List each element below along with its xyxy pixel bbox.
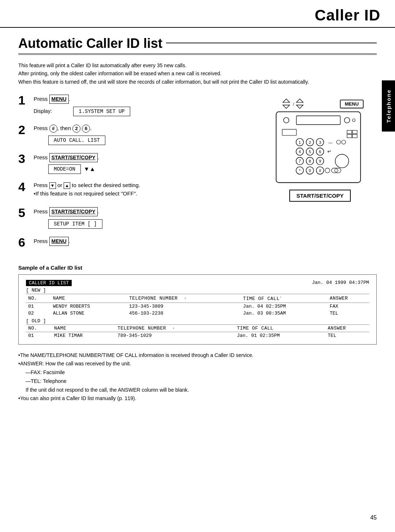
row-name: MIKE TIMAR (52, 332, 115, 339)
col-phone: TELEPHONE NUMBER · (127, 294, 241, 303)
footer-note-2: •ANSWER: How the call was received by th… (18, 360, 377, 368)
sidebar-tab: Telephone (382, 80, 395, 132)
row-no: 01 (26, 303, 51, 310)
svg-rect-7 (276, 112, 361, 183)
svg-text:*: * (299, 168, 301, 173)
svg-rect-9 (296, 116, 340, 125)
step-4: 4 Press ▼ or ▲ to select the desired set… (18, 181, 252, 200)
row-time: Jan. 04 02:35PM (241, 303, 328, 310)
svg-text:2: 2 (309, 140, 311, 145)
step-4-text: Press ▼ or ▲ to select the desired setti… (34, 181, 252, 198)
new-label: [ NEW ] (26, 288, 369, 293)
svg-point-46 (325, 168, 330, 173)
start-set-copy-key-5: START/SET/COPY (49, 207, 98, 216)
step-3-text: Press START/SET/COPY. (34, 153, 252, 162)
col-answer: ANSWER (327, 294, 369, 303)
step-2-content: Press #, then 2 6. AUTO CALL. LIST (34, 124, 252, 146)
step-5-number: 5 (18, 206, 34, 219)
display-label-1: Display: (34, 108, 56, 114)
col-answer-old: ANSWER (326, 324, 369, 332)
col-no: NO. (26, 294, 51, 303)
svg-rect-13 (347, 130, 352, 134)
row-name: WENDY ROBERTS (51, 303, 127, 310)
device-image-area: / MENU (263, 95, 377, 256)
step-3-display: MODE=ON ▼▲ (48, 164, 252, 174)
step-3-content: Press START/SET/COPY. MODE=ON ▼▲ (34, 153, 252, 174)
svg-rect-12 (282, 129, 297, 136)
device-svg: / MENU (269, 98, 371, 186)
step-2-text: Press #, then 2 6. (34, 124, 252, 133)
svg-marker-4 (296, 105, 303, 109)
step-1-number: 1 (18, 94, 34, 106)
svg-text:6: 6 (319, 150, 321, 154)
table-row: 02 ALLAN STONE 456-103-2238 Jan. 03 08:3… (26, 310, 369, 317)
footer-notes: •The NAME/TELEPHONE NUMBER/TIME OF CALL … (18, 351, 377, 403)
svg-marker-1 (283, 105, 289, 109)
start-set-copy-button[interactable]: START/SET/COPY (289, 190, 351, 202)
table-row: 01 WENDY ROBERTS 123-345-3809 Jan. 04 02… (26, 303, 369, 310)
footer-note-6: •You can also print a Caller ID list man… (18, 394, 377, 403)
svg-point-25 (342, 140, 346, 144)
step-4-number: 4 (18, 180, 34, 193)
footer-note-1: •The NAME/TELEPHONE NUMBER/TIME OF CALL … (18, 351, 377, 360)
sample-title: Sample of a Caller ID list (18, 265, 377, 271)
caller-id-label: CALLER ID LIST (26, 280, 72, 286)
svg-text:4: 4 (299, 150, 301, 154)
table-header-old: NO. NAME TELEPHONE NUMBER · TIME OF CALL… (26, 324, 369, 332)
step-4-note: •If this feature is not required select … (34, 190, 138, 197)
svg-text:5: 5 (309, 150, 311, 154)
col-phone-old: TELEPHONE NUMBER · (115, 324, 235, 332)
step-1-display: Display: 1.SYSTEM SET UP (34, 106, 252, 116)
svg-text:3: 3 (319, 140, 321, 145)
svg-text:—: — (328, 140, 333, 145)
step-3: 3 Press START/SET/COPY. MODE=ON ▼▲ (18, 153, 252, 174)
row-time: Jan. 03 08:35AM (241, 310, 328, 317)
up-arrow-key: ▲ (64, 182, 70, 189)
old-label: [ OLD ] (26, 318, 369, 324)
svg-point-8 (283, 118, 289, 123)
table-date: Jan. 04 1999 04:37PM (312, 280, 369, 286)
svg-marker-3 (296, 99, 303, 102)
intro-text: This feature will print a Caller ID list… (18, 61, 377, 86)
svg-text:7: 7 (299, 159, 301, 163)
svg-point-10 (344, 118, 350, 123)
menu-key-1: MENU (49, 95, 69, 104)
row-no: 02 (26, 310, 51, 317)
caller-table-old: NO. NAME TELEPHONE NUMBER · TIME OF CALL… (26, 324, 369, 339)
svg-point-48 (335, 169, 338, 172)
hash-key: # (49, 125, 57, 133)
display-value-5: SETUP ITEM [ ] (48, 219, 102, 229)
step-3-number: 3 (18, 152, 34, 165)
svg-marker-0 (283, 99, 289, 102)
svg-point-24 (336, 140, 341, 144)
section-title: Automatic Caller ID list (18, 36, 377, 55)
svg-text:1: 1 (299, 140, 301, 145)
triangle-indicator: ▼▲ (84, 166, 95, 172)
step-6: 6 Press MENU. (18, 237, 252, 248)
svg-text:#: # (319, 168, 321, 173)
step-6-content: Press MENU. (34, 237, 252, 248)
svg-rect-14 (353, 130, 357, 134)
page-number: 45 (370, 514, 377, 521)
menu-key-6: MENU (49, 237, 69, 246)
svg-rect-15 (347, 134, 352, 138)
step-1-text: Press MENU. (34, 95, 252, 104)
col-name-old: NAME (52, 324, 115, 332)
step-5-content: Press START/SET/COPY. SETUP ITEM [ ] (34, 207, 252, 229)
svg-text:MENU: MENU (345, 101, 359, 107)
col-time-old: TIME OF CALL (235, 324, 326, 332)
steps-left: 1 Press MENU. Display: 1.SYSTEM SET UP 2 (18, 95, 252, 256)
key-6: 6 (82, 125, 90, 133)
row-no: 01 (26, 332, 52, 339)
page-header: Caller ID (0, 0, 395, 28)
table-header-row: CALLER ID LIST Jan. 04 1999 04:37PM (26, 280, 369, 286)
sample-section: Sample of a Caller ID list CALLER ID LIS… (18, 265, 377, 403)
row-name: ALLAN STONE (51, 310, 127, 317)
step-2: 2 Press #, then 2 6. AUTO CALL. LIST (18, 124, 252, 146)
footer-note-4: —TEL: Telephone (26, 377, 377, 386)
step-4-content: Press ▼ or ▲ to select the desired setti… (34, 181, 252, 200)
svg-text:9: 9 (319, 159, 321, 163)
row-answer: TEL (326, 332, 369, 339)
step-6-text: Press MENU. (34, 237, 252, 246)
key-2: 2 (72, 125, 80, 133)
